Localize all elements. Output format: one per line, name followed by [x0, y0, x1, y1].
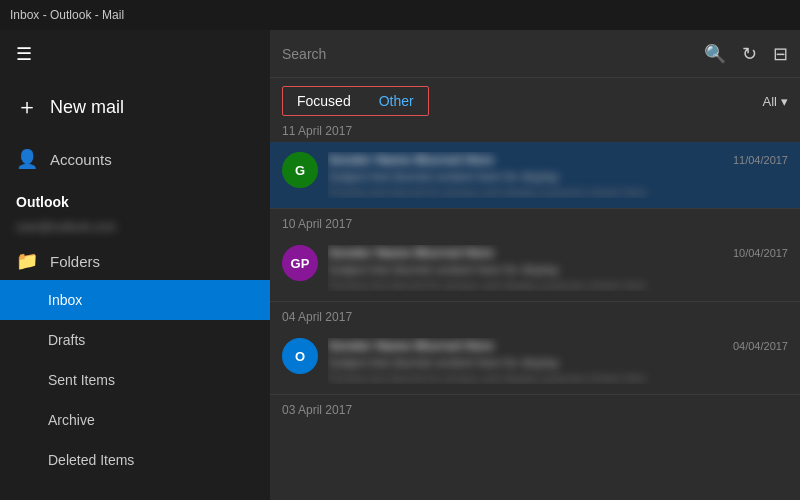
search-actions: 🔍 ↻ ⊟ — [704, 43, 788, 65]
email-body: Sender Name Blurred Here 11/04/2017 Subj… — [328, 152, 788, 198]
email-body: Sender Name Blurred Here 10/04/2017 Subj… — [328, 245, 788, 291]
avatar: GP — [282, 245, 318, 281]
folders-icon: 📁 — [16, 250, 38, 272]
search-icon[interactable]: 🔍 — [704, 43, 726, 65]
email-sender: Sender Name Blurred Here — [328, 338, 493, 353]
folders-section[interactable]: 📁 Folders — [0, 242, 270, 280]
title-text: Inbox - Outlook - Mail — [10, 8, 124, 22]
email-preview: Preview text blurred for privacy and dis… — [328, 372, 788, 384]
accounts-icon: 👤 — [16, 148, 38, 170]
search-input-container[interactable] — [282, 46, 704, 62]
avatar: O — [282, 338, 318, 374]
tab-focused[interactable]: Focused — [283, 87, 365, 115]
sidebar-item-sent[interactable]: Sent Items — [0, 360, 270, 400]
tabs-bar: Focused Other All ▾ — [270, 78, 800, 116]
focused-other-tabs: Focused Other — [282, 86, 429, 116]
all-label: All — [763, 94, 777, 109]
refresh-icon[interactable]: ↻ — [742, 43, 757, 65]
all-dropdown-container[interactable]: All ▾ — [763, 94, 788, 109]
plus-icon: ＋ — [16, 92, 38, 122]
sidebar-item-deleted[interactable]: Deleted Items — [0, 440, 270, 480]
email-sender: Sender Name Blurred Here — [328, 245, 493, 260]
email-list: 11 April 2017 G Sender Name Blurred Here… — [270, 116, 800, 500]
email-date: 04/04/2017 — [733, 340, 788, 352]
new-mail-label: New mail — [50, 97, 124, 118]
tab-other[interactable]: Other — [365, 87, 428, 115]
email-date: 10/04/2017 — [733, 247, 788, 259]
all-dropdown[interactable]: All ▾ — [763, 94, 788, 109]
email-subject: Subject line blurred content here for di… — [328, 356, 788, 370]
content-area: 🔍 ↻ ⊟ Focused Other All ▾ — [270, 30, 800, 500]
email-top-row: Sender Name Blurred Here 04/04/2017 — [328, 338, 788, 353]
title-bar: Inbox - Outlook - Mail — [0, 0, 800, 30]
sidebar-item-inbox[interactable]: Inbox — [0, 280, 270, 320]
accounts-section[interactable]: 👤 Accounts — [0, 136, 270, 182]
hamburger-icon[interactable]: ☰ — [16, 43, 32, 65]
folders-label: Folders — [50, 253, 100, 270]
email-body: Sender Name Blurred Here 04/04/2017 Subj… — [328, 338, 788, 384]
email-preview: Preview text blurred for privacy and dis… — [328, 279, 788, 291]
date-separator-april10: 10 April 2017 — [270, 209, 800, 235]
sidebar-item-drafts[interactable]: Drafts — [0, 320, 270, 360]
email-preview: Preview text blurred for privacy and dis… — [328, 186, 788, 198]
outlook-label: Outlook — [0, 186, 270, 218]
main-layout: ☰ ＋ New mail 👤 Accounts Outlook user@out… — [0, 30, 800, 500]
date-separator-april11: 11 April 2017 — [270, 116, 800, 142]
search-bar: 🔍 ↻ ⊟ — [270, 30, 800, 78]
email-date: 11/04/2017 — [733, 154, 788, 166]
email-top-row: Sender Name Blurred Here 10/04/2017 — [328, 245, 788, 260]
filter-icon[interactable]: ⊟ — [773, 43, 788, 65]
email-subject: Subject line blurred content here for di… — [328, 263, 788, 277]
email-sender: Sender Name Blurred Here — [328, 152, 493, 167]
search-input[interactable] — [282, 46, 704, 62]
email-subject: Subject line blurred content here for di… — [328, 170, 788, 184]
date-separator-april03: 03 April 2017 — [270, 395, 800, 421]
email-item[interactable]: G Sender Name Blurred Here 11/04/2017 Su… — [270, 142, 800, 209]
avatar: G — [282, 152, 318, 188]
chevron-down-icon: ▾ — [781, 94, 788, 109]
date-separator-april04: 04 April 2017 — [270, 302, 800, 328]
tabs-left: Focused Other — [282, 86, 429, 116]
folder-list: Inbox Drafts Sent Items Archive Deleted … — [0, 280, 270, 500]
sidebar-top: ☰ — [0, 30, 270, 78]
new-mail-button[interactable]: ＋ New mail — [0, 78, 270, 136]
sidebar-item-archive[interactable]: Archive — [0, 400, 270, 440]
email-item[interactable]: O Sender Name Blurred Here 04/04/2017 Su… — [270, 328, 800, 395]
accounts-label: Accounts — [50, 151, 112, 168]
sidebar: ☰ ＋ New mail 👤 Accounts Outlook user@out… — [0, 30, 270, 500]
outlook-email: user@outlook.com — [0, 218, 270, 242]
email-top-row: Sender Name Blurred Here 11/04/2017 — [328, 152, 788, 167]
email-item[interactable]: GP Sender Name Blurred Here 10/04/2017 S… — [270, 235, 800, 302]
